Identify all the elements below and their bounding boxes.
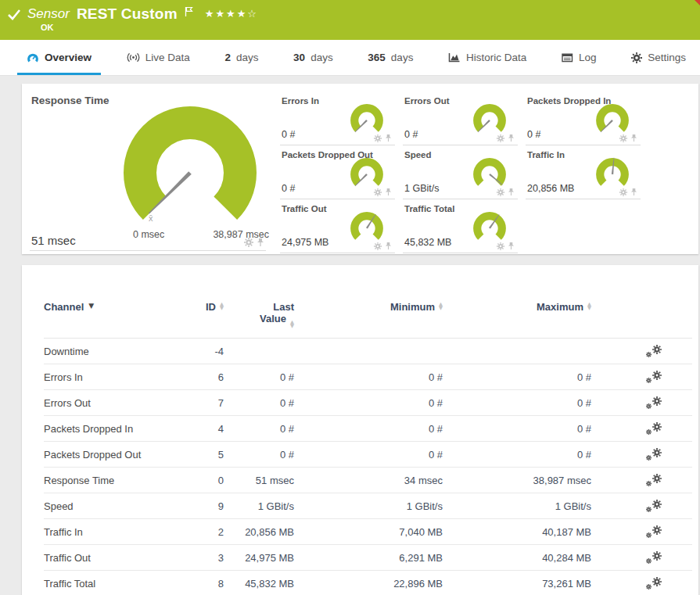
tab-2-days[interactable]: 2 days [221, 40, 261, 75]
tab-live-data[interactable]: Live Data [124, 40, 193, 75]
channel-settings-button[interactable] [646, 396, 662, 409]
tab-bar: Overview Live Data 2 days 30 days 365 da… [0, 40, 700, 76]
tab-overview[interactable]: Overview [23, 40, 95, 75]
gauge-tile: Packets Dropped Out 0 # [280, 145, 395, 199]
channel-settings-button[interactable] [646, 371, 662, 383]
pin-icon[interactable] [385, 188, 392, 196]
cell-id: -4 [185, 346, 224, 357]
pin-icon[interactable] [508, 134, 515, 142]
pin-icon[interactable] [508, 242, 515, 250]
gear-icon[interactable] [619, 188, 627, 196]
gear-icon[interactable] [374, 242, 382, 250]
table-row: Speed 9 1 GBit/s 1 GBit/s 1 GBit/s [44, 493, 692, 519]
gear-icon[interactable] [374, 188, 382, 196]
channel-settings-button[interactable] [646, 500, 662, 512]
cell-maximum: 1 GBit/s [443, 500, 591, 512]
tab-settings[interactable]: Settings [628, 40, 689, 75]
gear-icon[interactable] [374, 134, 382, 142]
channel-settings-button[interactable] [646, 525, 662, 538]
gear-icon-small [646, 481, 652, 486]
status-badge: OK [41, 23, 54, 32]
cell-channel: Errors Out [44, 397, 185, 409]
sort-icon[interactable]: ▲▼ [290, 321, 294, 328]
table-row: Response Time 0 51 msec 34 msec 38,987 m… [44, 468, 692, 493]
gear-icon-small [646, 378, 652, 383]
channel-settings-button[interactable] [646, 551, 662, 564]
gauge-value: 1 GBit/s [404, 183, 439, 194]
gauge-value: 24,975 MB [282, 237, 328, 248]
col-channel[interactable]: Channel ▼ [44, 301, 185, 313]
gear-icon [652, 345, 662, 354]
channel-settings-button[interactable] [646, 474, 662, 486]
gauge-value: 0 # [282, 183, 295, 194]
star-rating[interactable]: ★★★★☆ [205, 8, 258, 20]
cell-minimum: 7,040 MB [294, 526, 443, 538]
sort-icon[interactable]: ▲▼ [587, 303, 591, 310]
gear-icon [652, 448, 662, 457]
flag-icon[interactable] [185, 6, 193, 17]
sensor-title: REST Custom [77, 5, 178, 23]
table-body: Downtime -4 Errors In 6 0 # 0 # 0 # [44, 339, 692, 595]
gear-icon [652, 474, 662, 483]
gauge-tile: Traffic Out 24,975 MB [280, 199, 395, 253]
pin-icon[interactable] [257, 238, 264, 247]
cell-maximum: 0 # [443, 449, 591, 461]
channel-settings-button[interactable] [646, 345, 662, 357]
pin-icon[interactable] [630, 134, 637, 142]
overview-gauge-icon [27, 52, 39, 63]
pin-icon[interactable] [385, 134, 392, 142]
cell-maximum: 38,987 msec [443, 475, 591, 486]
sort-desc-icon[interactable]: ▼ [88, 302, 94, 310]
channel-settings-button[interactable] [646, 577, 662, 590]
table-header-row: Channel ▼ ID ▲▼ Last Value▲▼ Minimum ▲▼ … [44, 301, 692, 339]
gear-icon-small [646, 352, 652, 357]
settings-gear-icon [631, 52, 642, 63]
cell-last-value: 51 msec [224, 475, 294, 486]
sort-icon[interactable]: ▲▼ [439, 303, 443, 310]
tab-30-days[interactable]: 30 days [290, 40, 336, 75]
cell-maximum: 40,187 MB [443, 526, 591, 538]
channel-settings-button[interactable] [646, 448, 662, 461]
gauge-tile: Traffic In 20,856 MB [526, 145, 641, 199]
tab-log[interactable]: Log [558, 40, 600, 75]
gear-icon[interactable] [497, 188, 504, 196]
cell-id: 9 [185, 500, 224, 512]
cell-maximum: 40,284 MB [443, 552, 591, 564]
gear-icon-small [646, 558, 652, 564]
tab-365-days[interactable]: 365 days [364, 40, 416, 75]
gear-icon[interactable] [619, 134, 627, 142]
gear-icon [652, 500, 662, 509]
gear-icon [652, 371, 662, 380]
col-maximum[interactable]: Maximum ▲▼ [443, 301, 591, 313]
channels-table-panel: Channel ▼ ID ▲▼ Last Value▲▼ Minimum ▲▼ … [22, 265, 698, 595]
cell-maximum: 0 # [443, 397, 591, 409]
gear-icon[interactable] [497, 242, 504, 250]
gear-icon [652, 422, 662, 432]
gauge-tile: Traffic Total 45,832 MB [403, 199, 518, 253]
table-row: Downtime -4 [44, 339, 692, 364]
col-last-value[interactable]: Last Value▲▼ [224, 301, 294, 327]
col-minimum[interactable]: Minimum ▲▼ [294, 301, 443, 313]
cell-channel: Response Time [44, 475, 185, 486]
gear-icon-small [646, 403, 652, 409]
sort-icon[interactable]: ▲▼ [220, 303, 224, 310]
gauge-value: 20,856 MB [527, 183, 574, 194]
corner-flag-icon [695, 0, 700, 5]
gear-icon[interactable] [497, 134, 504, 142]
gauge-min-label: 0 msec [133, 229, 164, 240]
col-id[interactable]: ID ▲▼ [185, 301, 224, 313]
gear-icon[interactable] [244, 238, 253, 247]
cell-last-value: 45,832 MB [224, 578, 294, 590]
cell-minimum: 0 # [294, 449, 443, 461]
gauge-value: 0 # [404, 129, 418, 140]
cell-minimum: 0 # [294, 423, 443, 435]
gauge-tile: Speed 1 GBit/s [403, 145, 518, 199]
tab-historic-data[interactable]: Historic Data [445, 40, 529, 75]
sensor-kind-label: Sensor [27, 6, 70, 22]
channel-settings-button[interactable] [646, 422, 662, 435]
cell-minimum: 0 # [294, 397, 443, 409]
cell-maximum: 73,261 MB [443, 578, 591, 590]
pin-icon[interactable] [508, 188, 515, 196]
pin-icon[interactable] [385, 242, 392, 250]
pin-icon[interactable] [630, 188, 637, 196]
